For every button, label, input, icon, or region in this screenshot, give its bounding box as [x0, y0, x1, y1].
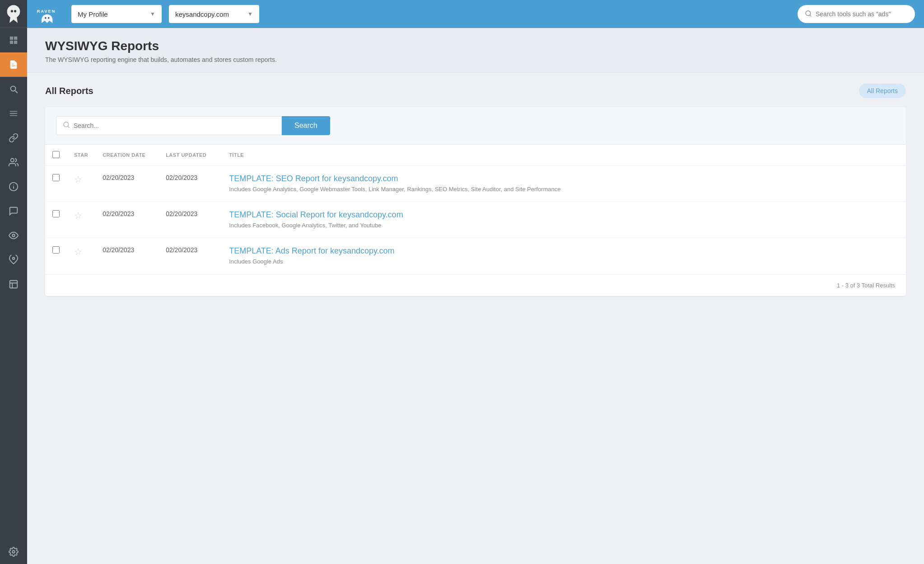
- table-row: ☆ 02/20/2023 02/20/2023 TEMPLATE: Social…: [45, 202, 906, 238]
- report-desc-0: Includes Google Analytics, Google Webmas…: [229, 186, 560, 193]
- col-header-check: [45, 145, 67, 166]
- domain-chevron: ▼: [247, 11, 253, 17]
- reports-table: STAR CREATION DATE LAST UPDATED TITLE ☆ …: [45, 145, 906, 274]
- sidebar-item-campaigns[interactable]: [0, 248, 27, 272]
- logo-area: [0, 0, 27, 28]
- svg-point-6: [45, 17, 46, 19]
- star-icon-2[interactable]: ☆: [74, 247, 82, 257]
- sidebar-item-analytics[interactable]: [0, 150, 27, 174]
- report-desc-1: Includes Facebook, Google Analytics, Twi…: [229, 222, 381, 229]
- sidebar-item-settings[interactable]: [0, 540, 27, 564]
- row-checkbox-1[interactable]: [52, 210, 60, 217]
- all-reports-badge[interactable]: All Reports: [859, 84, 906, 98]
- sidebar-item-search[interactable]: [0, 77, 27, 101]
- table-row: ☆ 02/20/2023 02/20/2023 TEMPLATE: Ads Re…: [45, 238, 906, 274]
- row-check-1: [45, 202, 67, 238]
- page-subtitle: The WYSIWYG reporting engine that builds…: [45, 56, 906, 63]
- row-check-2: [45, 238, 67, 274]
- svg-rect-3: [10, 281, 18, 288]
- row-title-1: TEMPLATE: Social Report for keysandcopy.…: [222, 202, 906, 238]
- star-icon-0[interactable]: ☆: [74, 174, 82, 184]
- pagination-row: 1 - 3 of 3 Total Results: [45, 274, 906, 296]
- sidebar-item-visibility[interactable]: [0, 223, 27, 248]
- row-check-0: [45, 166, 67, 202]
- domain-label: keysandcopy.com: [175, 10, 229, 18]
- row-updated-0: 02/20/2023: [159, 166, 222, 202]
- row-checkbox-2[interactable]: [52, 246, 60, 254]
- row-star-0: ☆: [67, 166, 95, 202]
- row-title-0: TEMPLATE: SEO Report for keysandcopy.com…: [222, 166, 906, 202]
- page-title: WYSIWYG Reports: [45, 39, 906, 53]
- reports-search-input[interactable]: [74, 118, 275, 134]
- svg-point-2: [13, 258, 15, 260]
- reports-container: Search STAR CREATION DATE LAST UPDATED T…: [45, 107, 906, 296]
- svg-point-1: [12, 234, 15, 237]
- search-icon: [805, 10, 812, 19]
- row-updated-1: 02/20/2023: [159, 202, 222, 238]
- table-row: ☆ 02/20/2023 02/20/2023 TEMPLATE: SEO Re…: [45, 166, 906, 202]
- sidebar-item-tables[interactable]: [0, 272, 27, 296]
- svg-text:RAVEN: RAVEN: [37, 9, 56, 14]
- svg-point-4: [12, 550, 15, 553]
- profile-chevron: ▼: [150, 11, 155, 17]
- reports-search-button[interactable]: Search: [282, 116, 330, 135]
- reports-section: All Reports All Reports Search: [27, 73, 924, 307]
- page-header: WYSIWYG Reports The WYSIWYG reporting en…: [27, 28, 924, 73]
- search-bar-area: Search: [45, 107, 906, 145]
- svg-point-7: [48, 17, 49, 19]
- table-header-row: STAR CREATION DATE LAST UPDATED TITLE: [45, 145, 906, 166]
- sidebar: [0, 0, 27, 564]
- domain-dropdown[interactable]: keysandcopy.com ▼: [169, 5, 259, 23]
- report-desc-2: Includes Google Ads: [229, 258, 283, 265]
- sidebar-item-reports[interactable]: [0, 52, 27, 77]
- raven-logo-icon: [5, 4, 22, 24]
- search-bar-icon: [63, 121, 70, 130]
- sidebar-item-list[interactable]: [0, 101, 27, 126]
- row-updated-2: 02/20/2023: [159, 238, 222, 274]
- col-header-title: TITLE: [222, 145, 906, 166]
- report-link-1[interactable]: TEMPLATE: Social Report for keysandcopy.…: [229, 210, 899, 220]
- section-title: All Reports: [45, 86, 93, 96]
- profile-label: My Profile: [78, 10, 108, 18]
- top-header: RAVEN My Profile ▼ keysandcopy.com ▼: [27, 0, 924, 28]
- search-input-wrapper: [56, 116, 282, 135]
- sidebar-item-comments[interactable]: [0, 199, 27, 223]
- sidebar-item-links[interactable]: [0, 126, 27, 150]
- report-link-0[interactable]: TEMPLATE: SEO Report for keysandcopy.com: [229, 174, 899, 183]
- page-content: WYSIWYG Reports The WYSIWYG reporting en…: [27, 28, 924, 564]
- row-title-2: TEMPLATE: Ads Report for keysandcopy.com…: [222, 238, 906, 274]
- report-link-2[interactable]: TEMPLATE: Ads Report for keysandcopy.com: [229, 246, 899, 256]
- global-search-input[interactable]: [816, 10, 908, 18]
- raven-header-logo: RAVEN: [36, 4, 60, 24]
- main-wrapper: RAVEN My Profile ▼ keysandcopy.com ▼ WYS…: [27, 0, 924, 564]
- row-checkbox-0[interactable]: [52, 174, 60, 181]
- global-search-bar: [798, 5, 915, 23]
- row-creation-0: 02/20/2023: [95, 166, 159, 202]
- col-header-updated: LAST UPDATED: [159, 145, 222, 166]
- star-icon-1[interactable]: ☆: [74, 211, 82, 221]
- profile-dropdown[interactable]: My Profile ▼: [71, 5, 162, 23]
- select-all-checkbox[interactable]: [52, 151, 60, 158]
- section-header: All Reports All Reports: [45, 84, 906, 98]
- col-header-creation: CREATION DATE: [95, 145, 159, 166]
- row-star-1: ☆: [67, 202, 95, 238]
- sidebar-item-grid[interactable]: [0, 28, 27, 52]
- row-creation-2: 02/20/2023: [95, 238, 159, 274]
- logo: RAVEN: [36, 4, 60, 24]
- sidebar-item-info[interactable]: [0, 174, 27, 199]
- row-star-2: ☆: [67, 238, 95, 274]
- pagination-text: 1 - 3 of 3 Total Results: [837, 282, 895, 289]
- col-header-star: STAR: [67, 145, 95, 166]
- row-creation-1: 02/20/2023: [95, 202, 159, 238]
